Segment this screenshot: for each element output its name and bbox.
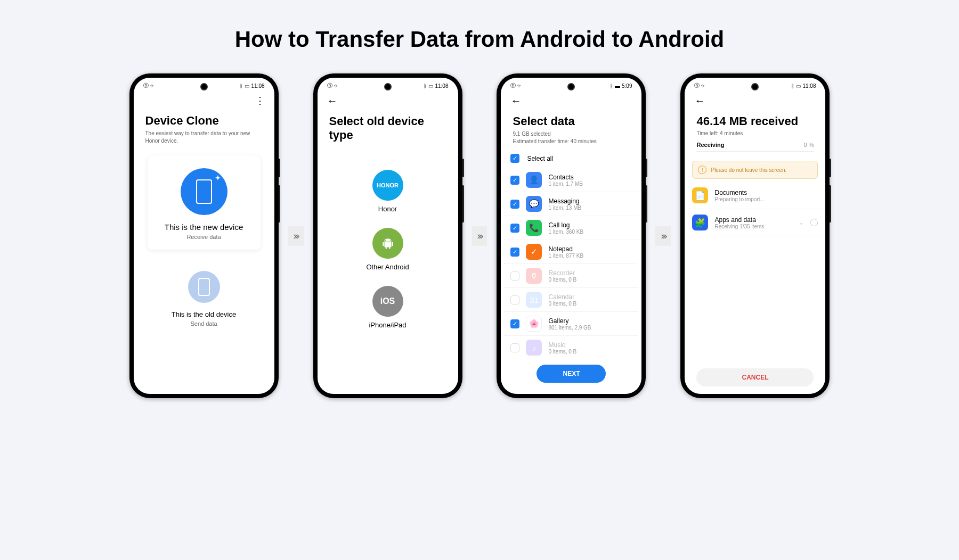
arrow-separator: ››› [288, 226, 304, 246]
wifi-icon: ᯤ [701, 83, 706, 89]
option-label: Honor [323, 205, 453, 213]
item-name: Apps and data [714, 216, 792, 224]
battery-icon: ▭ [245, 83, 249, 89]
item-meta: 0 items, 0 B [548, 301, 632, 307]
camera-notch [567, 83, 575, 90]
screen-title: Device Clone [134, 110, 274, 130]
data-item[interactable]: ✓ ✓ Notepad 1 item, 877 KB [504, 240, 638, 264]
new-device-label: This is the new device [153, 223, 255, 232]
back-icon[interactable]: ← [327, 95, 338, 107]
checkbox-icon[interactable] [510, 343, 519, 352]
old-device-sub: Send data [153, 320, 255, 327]
checkbox-icon[interactable] [510, 271, 519, 281]
wifi-icon: ᯤ [150, 83, 156, 89]
item-meta: Receiving 1/35 items [714, 224, 792, 229]
screen-subtitle: 9.1 GB selectedEstimated transfer time: … [501, 130, 641, 149]
item-name: Documents [714, 189, 818, 196]
item-name: Contacts [548, 174, 632, 181]
new-device-sub: Receive data [153, 234, 255, 240]
option-other-android[interactable]: Other Android [323, 228, 453, 271]
new-device-icon: ✦ [181, 168, 227, 215]
old-device-card[interactable]: This is the old device Send data [148, 266, 261, 332]
item-name: Notepad [548, 245, 632, 253]
receive-item[interactable]: 🧩 Apps and data Receiving 1/35 items ⌄ [685, 209, 825, 236]
option-honor[interactable]: HONOR Honor [323, 170, 453, 213]
time-left: Time left: 4 minutes [685, 130, 825, 136]
option-label: Other Android [323, 263, 453, 271]
warning-icon: ! [698, 166, 706, 174]
back-icon[interactable]: ← [694, 95, 705, 107]
page-title: How to Transfer Data from Android to And… [0, 0, 959, 73]
arrow-separator: ››› [655, 226, 671, 246]
checkbox-icon[interactable]: ✓ [510, 176, 519, 185]
data-type-icon: 💬 [526, 196, 542, 212]
honor-icon: HONOR [372, 170, 403, 201]
arrow-separator: ››› [472, 226, 487, 246]
clock: 11:08 [251, 83, 264, 89]
data-type-icon: 🌸 [526, 316, 542, 332]
wifi-icon: ᯤ [517, 83, 523, 89]
item-name: Recorder [548, 269, 632, 277]
data-item[interactable]: ✓ 📞 Call log 1 item, 360 KB [504, 216, 638, 240]
item-meta: 1 item, 1.7 MB [548, 181, 632, 187]
option-label: iPhone/iPad [323, 321, 453, 329]
data-type-icon: 🎙 [526, 268, 542, 284]
data-item[interactable]: 31 Calendar 0 items, 0 B [504, 288, 638, 312]
item-meta: 1 item, 13 MB [548, 205, 632, 211]
checkbox-icon[interactable] [510, 295, 519, 304]
item-name: Messaging [548, 197, 632, 205]
item-name: Music [548, 341, 632, 349]
data-item[interactable]: 🎙 Recorder 0 items, 0 B [504, 264, 638, 288]
screen-title: 46.14 MB received [685, 110, 825, 130]
progress-bar [696, 151, 814, 152]
data-item[interactable]: ✓ 💬 Messaging 1 item, 13 MB [504, 192, 638, 216]
bluetooth-icon: ᛒ [240, 83, 243, 89]
item-meta: Preparing to import... [714, 196, 818, 202]
screen-subtitle: The easiest way to transfer data to your… [134, 130, 274, 148]
nfc-icon: ⓝ [143, 82, 149, 89]
camera-notch [200, 83, 208, 90]
option-ios[interactable]: iOS iPhone/iPad [323, 286, 453, 329]
screen-title: Select old device type [318, 110, 458, 144]
data-type-icon: ♪ [526, 340, 542, 356]
old-device-label: This is the old device [153, 310, 255, 318]
checkbox-icon[interactable]: ✓ [510, 248, 519, 257]
select-all-label: Select all [527, 155, 553, 162]
phone-3: ⓝᯤ ᛒ▬5:09 ← Select data 9.1 GB selectedE… [497, 73, 646, 398]
receive-item[interactable]: 📄 Documents Preparing to import... [685, 182, 825, 209]
clock: 11:08 [802, 83, 816, 89]
phone-4: ⓝᯤ ᛒ▭11:08 ← 46.14 MB received Time left… [680, 73, 830, 398]
chevron-down-icon: ⌄ [799, 219, 804, 226]
bluetooth-icon: ᛒ [610, 83, 613, 89]
item-meta: 0 items, 0 B [548, 277, 632, 283]
checkbox-icon[interactable]: ✓ [510, 154, 519, 163]
ios-icon: iOS [372, 286, 403, 317]
nfc-icon: ⓝ [327, 82, 332, 89]
receiving-status: Receiving 0 % [685, 136, 825, 151]
old-device-icon [188, 271, 220, 303]
bluetooth-icon: ᛒ [424, 83, 427, 89]
phone-1: ⓝᯤ ᛒ▭11:08 ⋮ Device Clone The easiest wa… [129, 73, 279, 398]
select-all-row[interactable]: ✓ Select all [504, 149, 638, 168]
warning-banner: ! Please do not leave this screen. [692, 161, 818, 179]
battery-icon: ▭ [428, 83, 433, 89]
bluetooth-icon: ᛒ [791, 83, 794, 89]
item-name: Gallery [548, 317, 632, 325]
checkbox-icon[interactable]: ✓ [510, 200, 519, 209]
next-button[interactable]: NEXT [537, 365, 606, 383]
data-type-icon: 31 [526, 292, 542, 308]
checkbox-icon[interactable]: ✓ [510, 319, 519, 328]
phone-2: ⓝᯤ ᛒ▭11:08 ← Select old device type HONO… [313, 73, 462, 398]
android-icon [372, 228, 403, 259]
data-item[interactable]: ♪ Music 0 items, 0 B [504, 336, 638, 359]
back-icon[interactable]: ← [510, 95, 521, 107]
new-device-card[interactable]: ✦ This is the new device Receive data [148, 155, 261, 250]
data-item[interactable]: ✓ 🌸 Gallery 801 items, 2.9 GB [504, 312, 638, 336]
cancel-button[interactable]: CANCEL [696, 368, 814, 386]
menu-icon[interactable]: ⋮ [255, 95, 265, 106]
data-item[interactable]: ✓ 👤 Contacts 1 item, 1.7 MB [504, 168, 638, 192]
checkbox-icon[interactable]: ✓ [510, 224, 519, 233]
phones-row: ⓝᯤ ᛒ▭11:08 ⋮ Device Clone The easiest wa… [0, 73, 959, 398]
battery-icon: ▭ [796, 83, 801, 89]
camera-notch [751, 83, 759, 90]
